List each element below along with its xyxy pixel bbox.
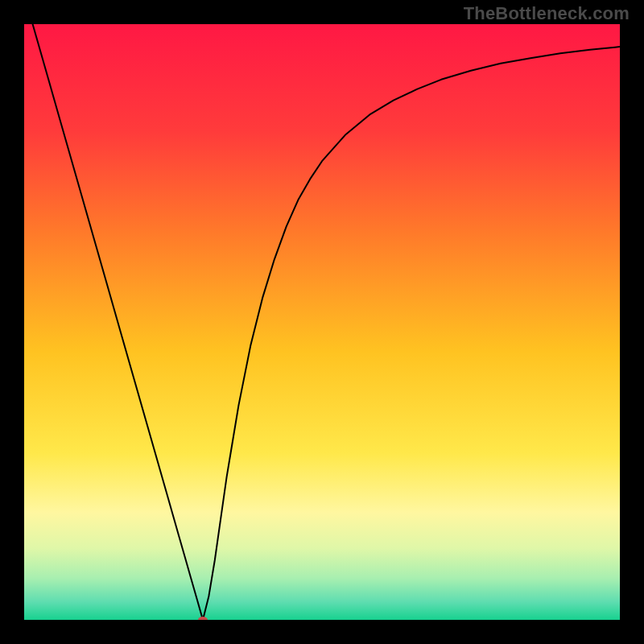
bottleneck-chart [24,24,620,620]
gradient-background [24,24,620,620]
chart-frame: TheBottleneck.com [0,0,644,644]
plot-area [24,24,620,620]
watermark-text: TheBottleneck.com [464,3,630,24]
